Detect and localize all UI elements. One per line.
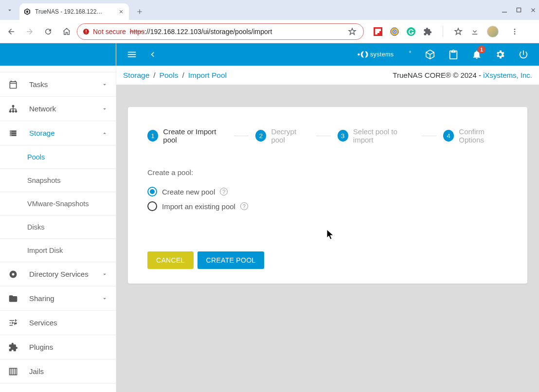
- ext-rainbow-icon[interactable]: [390, 27, 399, 36]
- sidebar-item-label: Directory Services: [29, 270, 89, 278]
- tab-search-dropdown[interactable]: [0, 0, 19, 20]
- clipboard-button[interactable]: [448, 49, 459, 60]
- step-connector: [316, 136, 331, 136]
- chevron-up-icon: [101, 130, 108, 137]
- svg-point-11: [394, 31, 395, 32]
- window-minimize-button[interactable]: [502, 7, 507, 13]
- step-number: 2: [255, 130, 266, 142]
- menu-toggle-button[interactable]: [126, 49, 138, 60]
- sidebar-item-tasks[interactable]: Tasks: [0, 72, 116, 97]
- step-3[interactable]: 3 Select pool to import: [338, 127, 415, 144]
- sidebar-item-snapshots[interactable]: Snapshots: [0, 169, 116, 192]
- sidebar-item-vmware-snapshots[interactable]: VMware-Snapshots: [0, 192, 116, 215]
- close-icon: [119, 9, 124, 14]
- folder-icon: [8, 293, 18, 304]
- browser-menu-button[interactable]: [506, 23, 523, 40]
- step-4[interactable]: 4 Confirm Options: [443, 127, 508, 144]
- step-connector: [234, 136, 249, 136]
- window-maximize-button[interactable]: [516, 7, 521, 13]
- step-connector: [422, 136, 436, 136]
- puzzle-icon: [423, 27, 432, 36]
- sidebar-item-services[interactable]: Services: [0, 311, 116, 335]
- svg-rect-6: [377, 29, 381, 31]
- downloads-button[interactable]: [470, 27, 479, 36]
- settings-button[interactable]: [494, 49, 506, 60]
- breadcrumb-pools[interactable]: Pools: [160, 71, 179, 80]
- footer-link[interactable]: iXsystems, Inc.: [483, 71, 532, 79]
- nav-forward-button[interactable]: [21, 23, 38, 40]
- puzzle-icon: [8, 342, 18, 353]
- nav-home-button[interactable]: [58, 23, 75, 40]
- create-pool-button[interactable]: CREATE POOL: [198, 251, 265, 269]
- sidebar-item-storage[interactable]: Storage: [0, 121, 116, 145]
- chevron-down-icon: [101, 81, 108, 88]
- sidebar-item-pools[interactable]: Pools: [0, 145, 116, 169]
- sidebar-item-label: Snapshots: [27, 177, 61, 184]
- step-label: Confirm Options: [459, 127, 508, 144]
- browser-tab[interactable]: TrueNAS - 192.168.122…: [19, 3, 129, 20]
- nav-back-button[interactable]: [3, 23, 19, 40]
- sidebar-item-sharing[interactable]: Sharing: [0, 286, 116, 311]
- security-chip[interactable]: Not secure: [82, 28, 126, 36]
- dirsvc-icon: [8, 269, 18, 280]
- network-icon: [8, 104, 18, 114]
- svg-rect-7: [377, 31, 379, 33]
- sidebar-peek-row: [0, 66, 116, 72]
- radio-import-existing[interactable]: Import an existing pool ?: [147, 199, 508, 214]
- ext-flipboard-icon[interactable]: [374, 27, 382, 36]
- breadcrumb-import-pool[interactable]: Import Pool: [188, 71, 227, 80]
- download-icon: [470, 27, 479, 36]
- step-label: Create or Import pool: [163, 127, 227, 144]
- extensions-button[interactable]: [423, 27, 432, 36]
- step-1[interactable]: 1 Create or Import pool: [147, 127, 227, 144]
- sidebar-item-disks[interactable]: Disks: [0, 215, 116, 239]
- tune-icon: [8, 318, 18, 328]
- ext-grammarly-icon[interactable]: [407, 27, 415, 36]
- toolbar-divider: [443, 26, 443, 37]
- help-icon[interactable]: ?: [220, 188, 228, 196]
- storage-icon: [8, 128, 18, 139]
- section-title: Create a pool:: [147, 168, 508, 177]
- help-icon[interactable]: ?: [240, 202, 248, 210]
- url-text: https://192.168.122.103/ui/storage/pools…: [130, 28, 272, 36]
- sidebar-item-import-disk[interactable]: Import Disk: [0, 239, 116, 262]
- truecommand-button[interactable]: [424, 49, 436, 60]
- tab-close-button[interactable]: [117, 8, 125, 16]
- svg-text:systems: systems: [370, 51, 394, 58]
- footer-text: TrueNAS CORE® © 2024 -: [393, 71, 483, 79]
- breadcrumb-storage[interactable]: Storage: [123, 71, 149, 80]
- bookmarks-button[interactable]: [454, 27, 463, 36]
- svg-point-22: [358, 53, 359, 55]
- sidebar-item-label: VMware-Snapshots: [27, 200, 89, 208]
- plus-icon: [136, 8, 143, 15]
- address-bar[interactable]: Not secure https://192.168.122.103/ui/st…: [77, 23, 364, 40]
- sidebar-item-plugins[interactable]: Plugins: [0, 335, 116, 359]
- sidebar-item-network[interactable]: Network: [0, 97, 116, 121]
- new-tab-button[interactable]: [133, 5, 146, 18]
- extensions-area: [374, 23, 523, 40]
- bookmark-button[interactable]: [348, 27, 357, 36]
- window-close-button[interactable]: [530, 7, 536, 13]
- power-button[interactable]: [518, 49, 529, 60]
- nav-reload-button[interactable]: [40, 23, 56, 40]
- gear-icon: [495, 49, 505, 60]
- sidebar-item-jails[interactable]: Jails: [0, 359, 116, 384]
- truenas-favicon-icon: [23, 8, 31, 16]
- profile-avatar[interactable]: [487, 26, 499, 37]
- svg-point-13: [514, 29, 516, 30]
- breadcrumb-sep: /: [182, 71, 184, 80]
- radio-create-new[interactable]: Create new pool ?: [147, 184, 508, 199]
- chevron-down-icon: [6, 7, 13, 14]
- step-2[interactable]: 2 Decrypt pool: [255, 127, 309, 144]
- cancel-button[interactable]: CANCEL: [147, 251, 194, 269]
- sidebar: Tasks Network Storage Pools Snapshots VM…: [0, 43, 116, 392]
- brand-logo[interactable]: systems ®: [355, 49, 413, 60]
- wizard-card: 1 Create or Import pool 2 Decrypt pool 3…: [128, 107, 527, 284]
- nav-back-app-button[interactable]: [146, 49, 158, 60]
- reload-icon: [44, 27, 53, 36]
- sidebar-item-directory-services[interactable]: Directory Services: [0, 262, 116, 286]
- breadcrumb: Storage / Pools / Import Pool TrueNAS CO…: [116, 66, 539, 85]
- notifications-button[interactable]: 1: [471, 49, 483, 60]
- svg-point-15: [514, 33, 516, 35]
- sidebar-item-label: Tasks: [29, 80, 48, 89]
